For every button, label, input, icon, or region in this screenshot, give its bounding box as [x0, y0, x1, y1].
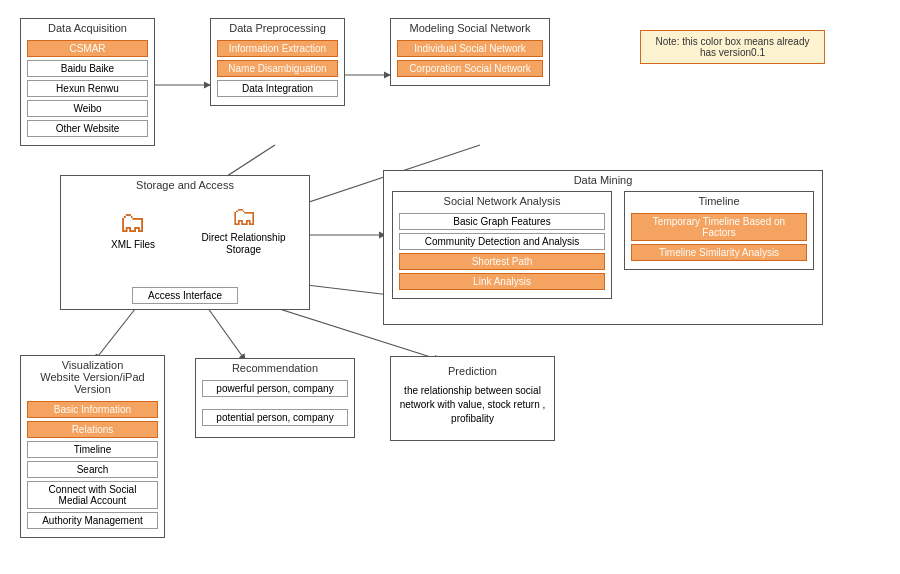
note-text: Note: this color box means already has v…: [656, 36, 810, 58]
data-acquisition-box: Data Acquisition CSMAR Baidu Baike Hexun…: [20, 18, 155, 146]
access-interface-label: Access Interface: [132, 287, 238, 304]
data-mining-box: Data Mining Social Network Analysis Basi…: [383, 170, 823, 325]
otherwebsite-item: Other Website: [27, 120, 148, 137]
individual-social-item: Individual Social Network: [397, 40, 543, 57]
temporary-timeline-item: Temporary Timeline Based on Factors: [631, 213, 807, 241]
powerful-person-item: powerful person, company: [202, 380, 348, 397]
data-mining-title: Data Mining: [384, 171, 822, 189]
note-box: Note: this color box means already has v…: [640, 30, 825, 64]
modeling-social-network-box: Modeling Social Network Individual Socia…: [390, 18, 550, 86]
visualization-title: Visualization Website Version/iPad Versi…: [21, 356, 164, 398]
direct-storage-icon: 🗂: [201, 201, 286, 232]
search-item: Search: [27, 461, 158, 478]
visualization-box: Visualization Website Version/iPad Versi…: [20, 355, 165, 538]
timeline-box: Timeline Temporary Timeline Based on Fac…: [624, 191, 814, 270]
potential-person-item: potential person, company: [202, 409, 348, 426]
data-integration-item: Data Integration: [217, 80, 338, 97]
timeline-similarity-item: Timeline Similarity Analysis: [631, 244, 807, 261]
data-preprocessing-title: Data Preprocessing: [211, 19, 344, 37]
diagram: Data Acquisition CSMAR Baidu Baike Hexun…: [0, 0, 900, 574]
shortest-path-item: Shortest Path: [399, 253, 605, 270]
storage-title: Storage and Access: [61, 176, 309, 194]
basic-info-item: Basic Information: [27, 401, 158, 418]
link-analysis-item: Link Analysis: [399, 273, 605, 290]
xml-files-label: XML Files: [111, 239, 155, 250]
connect-social-item: Connect with Social Medial Account: [27, 481, 158, 509]
modeling-title: Modeling Social Network: [391, 19, 549, 37]
xml-files-group: 🗂 XML Files: [111, 206, 155, 250]
timeline-title: Timeline: [625, 192, 813, 210]
corporation-social-item: Corporation Social Network: [397, 60, 543, 77]
recommendation-title: Recommendation: [196, 359, 354, 377]
prediction-text: the relationship between social network …: [399, 380, 546, 430]
recommendation-box: Recommendation powerful person, company …: [195, 358, 355, 438]
data-acquisition-title: Data Acquisition: [21, 19, 154, 37]
name-disambiguation-item: Name Disambiguation: [217, 60, 338, 77]
sna-title: Social Network Analysis: [393, 192, 611, 210]
hexun-item: Hexun Renwu: [27, 80, 148, 97]
xml-files-icon: 🗂: [111, 206, 155, 239]
relations-item: Relations: [27, 421, 158, 438]
community-detection-item: Community Detection and Analysis: [399, 233, 605, 250]
baidu-item: Baidu Baike: [27, 60, 148, 77]
weibo-item: Weibo: [27, 100, 148, 117]
basic-graph-item: Basic Graph Features: [399, 213, 605, 230]
storage-access-box: Storage and Access 🗂 XML Files 🗂 Direct …: [60, 175, 310, 310]
prediction-title: Prediction: [399, 362, 546, 380]
direct-storage-label: Direct Relationship Storage: [201, 232, 286, 256]
csmar-item: CSMAR: [27, 40, 148, 57]
direct-storage-group: 🗂 Direct Relationship Storage: [201, 201, 286, 256]
viz-timeline-item: Timeline: [27, 441, 158, 458]
social-network-analysis-box: Social Network Analysis Basic Graph Feat…: [392, 191, 612, 299]
prediction-box: Prediction the relationship between soci…: [390, 356, 555, 441]
authority-item: Authority Management: [27, 512, 158, 529]
info-extraction-item: Information Extraction: [217, 40, 338, 57]
data-preprocessing-box: Data Preprocessing Information Extractio…: [210, 18, 345, 106]
